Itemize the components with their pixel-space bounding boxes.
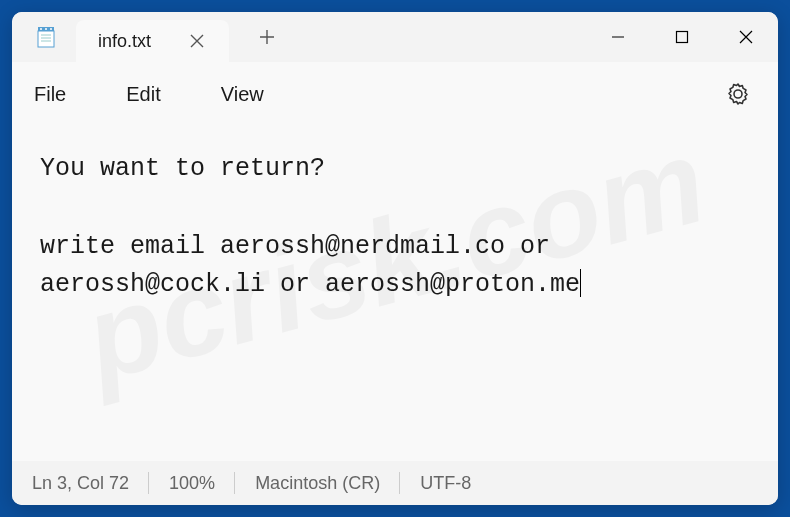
window-controls (586, 12, 778, 62)
new-tab-button[interactable] (245, 15, 289, 59)
svg-point-2 (40, 28, 42, 30)
notepad-window: pcrisk.com info.txt File (12, 12, 778, 505)
gear-icon (726, 82, 750, 106)
minimize-button[interactable] (586, 12, 650, 62)
statusbar: Ln 3, Col 72 100% Macintosh (CR) UTF-8 (12, 461, 778, 505)
menu-file[interactable]: File (34, 83, 66, 106)
settings-button[interactable] (720, 76, 756, 112)
text-line-2: write email aerossh@nerdmail.co or aeros… (40, 232, 580, 300)
text-line-1: You want to return? (40, 154, 325, 183)
status-zoom[interactable]: 100% (149, 473, 235, 494)
status-cursor-position[interactable]: Ln 3, Col 72 (24, 473, 149, 494)
close-window-button[interactable] (714, 12, 778, 62)
text-editor-area[interactable]: You want to return? write email aerossh@… (12, 126, 778, 461)
tab-active[interactable]: info.txt (76, 20, 229, 62)
svg-point-4 (50, 28, 52, 30)
titlebar: info.txt (12, 12, 778, 62)
menubar: File Edit View (12, 62, 778, 126)
status-eol[interactable]: Macintosh (CR) (235, 473, 400, 494)
tab-title: info.txt (98, 31, 151, 52)
svg-rect-9 (677, 32, 688, 43)
svg-point-3 (45, 28, 47, 30)
close-tab-button[interactable] (183, 27, 211, 55)
status-encoding[interactable]: UTF-8 (400, 473, 491, 494)
maximize-button[interactable] (650, 12, 714, 62)
menu-edit[interactable]: Edit (126, 83, 160, 106)
notepad-icon (34, 25, 58, 49)
menu-view[interactable]: View (221, 83, 264, 106)
text-caret (580, 269, 581, 297)
svg-rect-0 (38, 31, 54, 47)
